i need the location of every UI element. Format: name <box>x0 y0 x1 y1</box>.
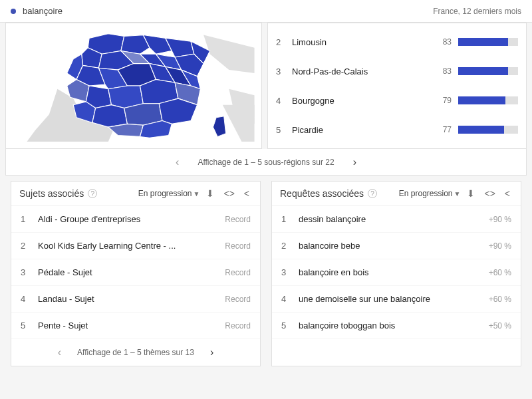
region-value: 83 <box>437 66 452 76</box>
series-dot-icon <box>11 9 16 14</box>
rank: 3 <box>281 267 292 277</box>
rank: 4 <box>21 294 31 304</box>
item-label: Landau - Sujet <box>31 294 225 304</box>
item-label: Pente - Sujet <box>31 321 225 331</box>
panel-title: Sujets associés <box>19 188 84 199</box>
rank: 4 <box>281 294 292 304</box>
item-metric: +90 % <box>489 215 511 224</box>
topbar: balançoire France, 12 derniers mois <box>0 0 532 23</box>
region-value: 77 <box>437 125 452 134</box>
list-item[interactable]: 3 Pédale - Sujet Record <box>11 259 260 286</box>
list-item[interactable]: 4 une demoiselle sur une balançoire +60 … <box>272 286 521 313</box>
france-map-icon[interactable] <box>13 29 255 143</box>
item-label: balançoire toboggan bois <box>292 321 489 331</box>
related-topics-panel: Sujets associés ? En progression▼ ⬇ <> <… <box>11 181 261 366</box>
embed-icon[interactable]: <> <box>481 188 497 199</box>
item-label: Pédale - Sujet <box>31 267 225 277</box>
item-label: balançoire en bois <box>292 267 489 277</box>
queries-pager <box>272 339 521 366</box>
item-label: une demoiselle sur une balançoire <box>292 294 489 304</box>
map-card <box>5 23 262 149</box>
chevron-right-icon[interactable]: › <box>348 154 362 171</box>
list-item[interactable]: 1 Aldi - Groupe d'entreprises Record <box>11 206 260 233</box>
scope-label: France, 12 derniers mois <box>433 7 521 16</box>
item-label: balancoire bebe <box>292 241 489 251</box>
region-name: Nord-Pas-de-Calais <box>292 66 430 76</box>
chevron-left-icon[interactable]: ‹ <box>170 154 184 171</box>
item-metric: +50 % <box>489 321 511 331</box>
list-item[interactable]: 2 balancoire bebe +90 % <box>272 233 521 259</box>
rank: 1 <box>281 214 292 224</box>
filter-dropdown[interactable]: En progression▼ <box>399 189 461 198</box>
rank: 2 <box>276 37 285 47</box>
filter-dropdown[interactable]: En progression▼ <box>138 189 200 198</box>
list-item[interactable]: 3 balançoire en bois +60 % <box>272 259 521 286</box>
help-icon[interactable]: ? <box>368 189 377 198</box>
chevron-right-icon[interactable]: › <box>205 344 219 361</box>
download-icon[interactable]: ⬇ <box>464 188 477 199</box>
chevron-left-icon[interactable]: ‹ <box>53 344 66 361</box>
rank: 2 <box>281 241 292 251</box>
region-row[interactable]: 3 Nord-Pas-de-Calais 83 <box>276 59 518 84</box>
embed-icon[interactable]: <> <box>221 188 237 199</box>
list-item[interactable]: 4 Landau - Sujet Record <box>11 286 260 313</box>
pager-text: Affichage de 1 – 5 sous-régions sur 22 <box>198 158 334 167</box>
value-bar <box>458 96 518 104</box>
pager-text: Affichage de 1 – 5 thèmes sur 13 <box>77 348 194 357</box>
item-metric: +60 % <box>489 268 511 277</box>
region-row[interactable]: 5 Picardie 77 <box>276 117 518 142</box>
region-row[interactable]: 4 Bourgogne 79 <box>276 88 518 113</box>
related-queries-panel: Requêtes associées ? En progression▼ ⬇ <… <box>271 181 521 366</box>
panel-title: Requêtes associées <box>280 188 364 199</box>
rank: 3 <box>21 267 31 277</box>
item-metric: Record <box>225 268 251 277</box>
item-label: dessin balançoire <box>292 214 489 224</box>
region-name: Limousin <box>292 37 430 47</box>
rank: 5 <box>281 321 292 331</box>
item-metric: Record <box>225 321 251 331</box>
help-icon[interactable]: ? <box>88 189 97 198</box>
panel-header: Sujets associés ? En progression▼ ⬇ <> < <box>11 182 260 206</box>
region-pager: ‹ Affichage de 1 – 5 sous-régions sur 22… <box>5 149 527 176</box>
panel-header: Requêtes associées ? En progression▼ ⬇ <… <box>272 182 521 206</box>
search-term: balançoire <box>23 6 63 16</box>
region-name: Bourgogne <box>292 96 430 106</box>
item-metric: +90 % <box>489 241 511 251</box>
share-icon[interactable]: < <box>502 188 513 199</box>
item-label: Aldi - Groupe d'entreprises <box>31 214 225 224</box>
region-value: 83 <box>437 37 452 47</box>
value-bar <box>458 126 518 134</box>
item-metric: Record <box>225 241 251 251</box>
rank: 3 <box>276 66 285 76</box>
rank: 5 <box>21 321 31 331</box>
topics-pager: ‹ Affichage de 1 – 5 thèmes sur 13 › <box>11 339 260 366</box>
item-metric: Record <box>225 295 251 304</box>
value-bar <box>458 38 518 46</box>
list-item[interactable]: 5 Pente - Sujet Record <box>11 313 260 339</box>
item-metric: +60 % <box>489 295 511 304</box>
region-value: 79 <box>437 96 452 105</box>
region-name: Picardie <box>292 125 430 135</box>
list-item[interactable]: 1 dessin balançoire +90 % <box>272 206 521 233</box>
share-icon[interactable]: < <box>241 188 252 199</box>
region-list: 2 Limousin 83 3 Nord-Pas-de-Calais 83 4 … <box>267 23 527 149</box>
list-item[interactable]: 5 balançoire toboggan bois +50 % <box>272 313 521 339</box>
download-icon[interactable]: ⬇ <box>203 188 217 199</box>
rank: 2 <box>21 241 31 251</box>
rank: 1 <box>21 214 31 224</box>
rank: 4 <box>276 96 285 106</box>
item-label: Kool Kids Early Learning Centre - ... <box>31 241 225 251</box>
item-metric: Record <box>225 215 251 224</box>
value-bar <box>458 67 518 75</box>
region-row[interactable]: 2 Limousin 83 <box>276 29 518 55</box>
list-item[interactable]: 2 Kool Kids Early Learning Centre - ... … <box>11 233 260 259</box>
rank: 5 <box>276 125 285 135</box>
